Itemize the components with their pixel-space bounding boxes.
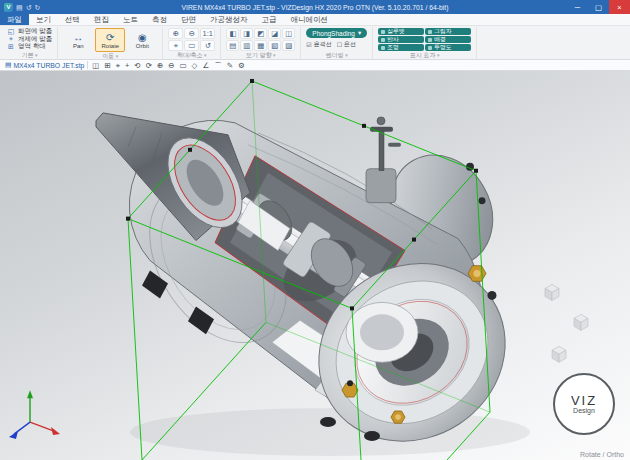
toolstrip-icon-button[interactable]: ⟲ [133, 61, 141, 70]
menu-tab[interactable]: 측정 [145, 14, 174, 25]
effect-toggle-button[interactable]: 그림자 [425, 28, 471, 35]
status-mode-text: Rotate / Ortho [580, 451, 624, 458]
menu-tab[interactable]: 보기 [29, 14, 58, 25]
window-controls: ─ ▢ × [567, 0, 630, 14]
checkbox-icon: ☑ [306, 41, 311, 48]
navigate-mode-button[interactable]: ⟳ Rotate [95, 28, 125, 52]
document-tab[interactable]: ▤ MX4x4 TURBO JET.stp [5, 61, 84, 69]
effect-icon [428, 38, 432, 42]
group-caption[interactable]: 렌더링 [306, 51, 367, 59]
menu-tab[interactable]: 고급 [255, 14, 284, 25]
ribbon-group-zoom: ⊕ ⊖ 1:1 ⌖ ▭ ↺ 확대/축소 [163, 27, 221, 59]
menu-tab[interactable]: 애니메이션 [284, 14, 336, 25]
ribbon-group-render: PhongShading ▾ ☑ 윤곽선 ☐ 은선 [301, 27, 373, 59]
render-option-checkbox[interactable]: ☑ 윤곽선 [306, 40, 331, 49]
titlebar[interactable]: V ▤↺↻ VIREN MX4x4 TURBO JET.stp - VIZDes… [0, 0, 630, 14]
zoom-tool-button[interactable]: ▭ [184, 40, 199, 51]
view-direction-button[interactable]: ◨ [240, 28, 253, 39]
menu-tab[interactable]: 편집 [87, 14, 116, 25]
effect-icon [381, 30, 385, 34]
fit-view-button[interactable]: ⊞ 영역 확대 [7, 43, 52, 51]
view-direction-button[interactable]: ▤ [226, 40, 239, 51]
effect-toggle-button[interactable]: 실루엣 [378, 28, 424, 35]
toolstrip-icon-button[interactable]: ⊞ [103, 61, 111, 70]
menu-tab[interactable]: 노트 [116, 14, 145, 25]
zoom-tool-button[interactable]: ⌖ [168, 40, 183, 51]
menu-tab[interactable]: 파일 [0, 14, 29, 25]
ribbon-group-effects: 실루엣 그림자 반사 배경 [373, 27, 477, 59]
effect-toggle-button[interactable]: 투명도 [425, 44, 471, 51]
effect-icon [428, 30, 432, 34]
group-caption[interactable]: 표시 효과 [378, 51, 471, 59]
view-direction-button[interactable]: ▨ [282, 40, 295, 51]
ribbon-toolbar: ◱ 화면에 맞춤 ⌖ 개체에 맞춤 ⊞ 영역 확대 기본 [0, 26, 630, 60]
toolstrip-icon-button[interactable]: ⊕ [156, 61, 164, 70]
group-caption[interactable]: 확대/축소 [168, 51, 215, 59]
axis-triad [9, 390, 60, 439]
quick-access-icon[interactable]: ▤ [16, 4, 23, 11]
menu-tab[interactable]: 단면 [174, 14, 203, 25]
effect-toggle-button[interactable]: 반사 [378, 36, 424, 43]
toolstrip-icon-button[interactable]: ⌖ [115, 61, 121, 70]
zoom-tool-button[interactable]: ⊕ [168, 28, 183, 39]
menu-tab[interactable]: 가공생성자 [203, 14, 255, 25]
view-direction-button[interactable]: ▦ [254, 40, 267, 51]
menubar: 파일 보기 선택 편집 노트 측정 단면 가공생성자 고급 애니메이션 [0, 14, 630, 26]
viewport-3d[interactable]: VIZ Design Rotate / Ortho [0, 71, 630, 460]
group-caption[interactable]: 이동 [63, 52, 157, 60]
group-caption[interactable]: 보기 방향 [226, 51, 295, 59]
close-button[interactable]: × [609, 0, 630, 14]
ribbon-group-views: ◧ ◨ ◩ ◪ ◫ ▤ ▥ ▦ ▧ ▨ [221, 27, 301, 59]
viewport-3d-scene[interactable] [0, 71, 630, 460]
toolstrip-icon-button[interactable]: ⟳ [145, 61, 153, 70]
toolstrip-icon-button[interactable]: ◫ [91, 61, 100, 70]
top-valve [366, 117, 401, 203]
effect-icon [381, 46, 385, 50]
zoom-tool-button[interactable]: 1:1 [200, 28, 215, 39]
render-option-label: 은선 [344, 40, 356, 49]
view-direction-button[interactable]: ◪ [268, 28, 281, 39]
effect-toggle-button[interactable]: 배경 [425, 36, 471, 43]
toolstrip-icon-button[interactable]: ◇ [191, 61, 199, 70]
model-3d[interactable] [96, 113, 539, 460]
navigate-mode-icon: ◉ [138, 32, 147, 43]
view-direction-button[interactable]: ◩ [254, 28, 267, 39]
group-caption[interactable]: 기본 [7, 51, 52, 59]
toolstrip-icon-button[interactable]: ▭ [179, 61, 188, 70]
toolstrip-icon-button[interactable]: ⌒ [213, 61, 223, 70]
effect-icon [381, 38, 385, 42]
effect-icon [428, 46, 432, 50]
view-toolstrip: ▤ MX4x4 TURBO JET.stp ◫⊞⌖+⟲⟳⊕⊖▭◇∠⌒✎⚙ [0, 60, 630, 71]
zoom-tool-button[interactable]: ⊖ [184, 28, 199, 39]
view-direction-button[interactable]: ▧ [268, 40, 281, 51]
quick-access-icon[interactable]: ↻ [35, 4, 41, 11]
ribbon-group-navigate: ↔ Pan ⟳ Rotate ◉ Orbit 이동 [58, 27, 163, 59]
effect-toggle-button[interactable]: 조명 [378, 44, 424, 51]
ribbon-group-basic: ◱ 화면에 맞춤 ⌖ 개체에 맞춤 ⊞ 영역 확대 기본 [2, 27, 58, 59]
document-name: MX4x4 TURBO JET.stp [13, 62, 84, 69]
minimize-button[interactable]: ─ [567, 0, 588, 14]
zoom-tool-button[interactable]: ↺ [200, 40, 215, 51]
fit-view-icon: ⊞ [7, 43, 15, 51]
render-mode-dropdown[interactable]: PhongShading ▾ [306, 28, 367, 38]
toolstrip-icon-button[interactable]: ⊖ [167, 61, 175, 70]
navigate-mode-button[interactable]: ↔ Pan [63, 28, 93, 52]
app-logo-icon[interactable]: V [4, 3, 13, 12]
quick-access-toolbar: V ▤↺↻ [0, 3, 40, 12]
menu-tab[interactable]: 선택 [58, 14, 87, 25]
chevron-down-icon: ▾ [358, 29, 361, 37]
maximize-button[interactable]: ▢ [588, 0, 609, 14]
toolstrip-icon-button[interactable]: ⚙ [237, 61, 246, 70]
navigate-mode-button[interactable]: ◉ Orbit [127, 28, 157, 52]
toolstrip-icon-button[interactable]: ∠ [201, 61, 210, 70]
document-icon: ▤ [5, 61, 11, 69]
render-option-checkbox[interactable]: ☐ 은선 [337, 40, 356, 49]
view-direction-button[interactable]: ▥ [240, 40, 253, 51]
quick-access-icon[interactable]: ↺ [26, 4, 32, 11]
checkbox-icon: ☐ [337, 41, 342, 48]
toolstrip-icon-button[interactable]: + [124, 61, 130, 70]
view-direction-button[interactable]: ◧ [226, 28, 239, 39]
view-direction-button[interactable]: ◫ [282, 28, 295, 39]
toolstrip-icon-button[interactable]: ✎ [226, 61, 234, 70]
viz-design-logo: VIZ Design [553, 373, 615, 435]
